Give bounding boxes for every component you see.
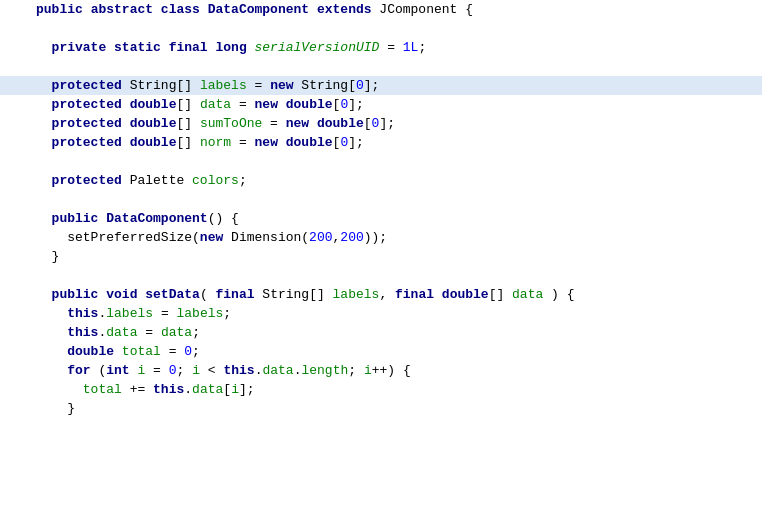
line-content-5: protected String[] labels = new String[0… [20, 76, 762, 95]
code-line-10: protected Palette colors; [0, 171, 762, 190]
line-content-16: public void setData( final String[] labe… [20, 285, 762, 304]
code-line-21: total += this.data[i]; [0, 380, 762, 399]
code-line-2 [0, 19, 762, 38]
code-line-6: protected double[] data = new double[0]; [0, 95, 762, 114]
line-content-21: total += this.data[i]; [20, 380, 762, 399]
code-line-13: setPreferredSize(new Dimension(200,200))… [0, 228, 762, 247]
line-content-4 [20, 57, 762, 76]
line-content-8: protected double[] norm = new double[0]; [20, 133, 762, 152]
line-content-20: for (int i = 0; i < this.data.length; i+… [20, 361, 762, 380]
code-editor: public abstract class DataComponent exte… [0, 0, 762, 512]
code-line-16: public void setData( final String[] labe… [0, 285, 762, 304]
code-line-7: protected double[] sumToOne = new double… [0, 114, 762, 133]
code-line-14: } [0, 247, 762, 266]
line-content-7: protected double[] sumToOne = new double… [20, 114, 762, 133]
line-content-2 [20, 19, 762, 38]
code-line-19: double total = 0; [0, 342, 762, 361]
line-content-11 [20, 190, 762, 209]
line-content-15 [20, 266, 762, 285]
line-content-17: this.labels = labels; [20, 304, 762, 323]
code-line-3: private static final long serialVersionU… [0, 38, 762, 57]
code-line-15 [0, 266, 762, 285]
code-line-11 [0, 190, 762, 209]
line-content-22: } [20, 399, 762, 418]
code-line-9 [0, 152, 762, 171]
line-content-1: public abstract class DataComponent exte… [20, 0, 762, 19]
line-content-3: private static final long serialVersionU… [20, 38, 762, 57]
code-line-5: protected String[] labels = new String[0… [0, 76, 762, 95]
code-line-18: this.data = data; [0, 323, 762, 342]
line-content-13: setPreferredSize(new Dimension(200,200))… [20, 228, 762, 247]
code-line-22: } [0, 399, 762, 418]
line-content-18: this.data = data; [20, 323, 762, 342]
line-content-6: protected double[] data = new double[0]; [20, 95, 762, 114]
line-content-12: public DataComponent() { [20, 209, 762, 228]
code-line-12: public DataComponent() { [0, 209, 762, 228]
line-content-9 [20, 152, 762, 171]
line-content-14: } [20, 247, 762, 266]
code-line-8: protected double[] norm = new double[0]; [0, 133, 762, 152]
line-content-19: double total = 0; [20, 342, 762, 361]
code-line-1: public abstract class DataComponent exte… [0, 0, 762, 19]
line-content-10: protected Palette colors; [20, 171, 762, 190]
code-line-17: this.labels = labels; [0, 304, 762, 323]
code-line-4 [0, 57, 762, 76]
code-line-20: for (int i = 0; i < this.data.length; i+… [0, 361, 762, 380]
